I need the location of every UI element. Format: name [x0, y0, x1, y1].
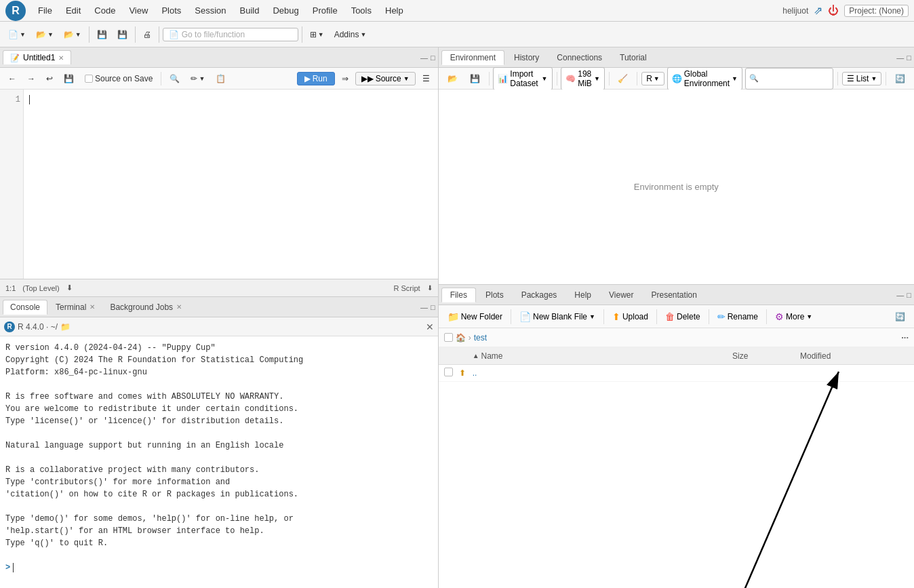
save-workspace-btn[interactable]: 💾	[465, 72, 485, 85]
delete-btn[interactable]: 🗑 Delete	[660, 309, 705, 324]
files-tab-plots[interactable]: Plots	[477, 288, 512, 302]
env-search-box[interactable]: 🔍	[745, 68, 833, 90]
minimize-env-btn[interactable]: —	[896, 54, 904, 62]
env-tab-tutorial[interactable]: Tutorial	[612, 51, 655, 64]
code-tools-btn[interactable]: ✏ ▼	[186, 72, 209, 85]
quit-line: Type 'q()' to quit R.	[5, 537, 433, 549]
menu-edit[interactable]: Edit	[60, 4, 86, 17]
refresh-env-btn[interactable]: 🔄	[890, 72, 910, 85]
context-dropdown-icon[interactable]: ⬇	[66, 283, 73, 292]
files-tab-files[interactable]: Files	[441, 288, 476, 302]
doc-outline-btn[interactable]: ☰	[418, 72, 434, 85]
menu-session[interactable]: Session	[189, 4, 231, 17]
files-header: ▲ Name Size Modified	[439, 347, 914, 365]
run-next-btn[interactable]: ⇒	[338, 72, 353, 85]
minimize-editor-btn[interactable]: —	[420, 54, 428, 62]
redo-btn[interactable]: →	[23, 72, 39, 85]
r-selector-btn[interactable]: R ▼	[641, 72, 664, 85]
env-tab-history[interactable]: History	[506, 51, 547, 64]
new-folder-btn[interactable]: 📁 New Folder	[443, 309, 507, 324]
open-recent-btn[interactable]: 📂 ▼	[60, 27, 85, 42]
console-tab-console[interactable]: Console	[3, 300, 47, 315]
run-btn[interactable]: ▶ Run	[297, 72, 335, 85]
save-btn[interactable]: 💾	[93, 27, 111, 42]
global-env-btn[interactable]: 🌐 Global Environment ▼	[667, 67, 742, 90]
files-tab-packages[interactable]: Packages	[513, 288, 565, 302]
save-all-btn[interactable]: 💾	[113, 27, 132, 42]
row-name-parent[interactable]: ..	[473, 368, 732, 378]
delete-label: Delete	[677, 312, 700, 321]
minimize-console-btn[interactable]: —	[420, 303, 428, 311]
menu-build[interactable]: Build	[235, 4, 265, 17]
workspace-btn[interactable]: ⊞ ▼	[306, 27, 328, 42]
files-tab-help[interactable]: Help	[566, 288, 599, 302]
env-tab-connections[interactable]: Connections	[549, 51, 610, 64]
prompt-line[interactable]: >	[5, 562, 433, 574]
menu-code[interactable]: Code	[89, 4, 121, 17]
rename-btn[interactable]: ✏ Rename	[713, 309, 763, 324]
checkbox-parent[interactable]	[444, 368, 453, 376]
terminal-close-btn[interactable]: ✕	[90, 303, 95, 311]
more-btn[interactable]: ⚙ More ▼	[770, 309, 817, 324]
menu-tools[interactable]: Tools	[346, 4, 377, 17]
project-label[interactable]: Project: (None)	[844, 5, 909, 17]
script-type[interactable]: R Script	[394, 284, 420, 292]
files-row-parent[interactable]: ⬆ ..	[439, 365, 914, 382]
browse-files-btn[interactable]: 📁	[60, 322, 71, 332]
env-search-icon: 🔍	[749, 74, 759, 83]
upload-btn[interactable]: ⬆ Upload	[608, 309, 653, 324]
home-icon[interactable]: 🏠	[456, 333, 466, 342]
console-tab-terminal[interactable]: Terminal ✕	[49, 300, 102, 314]
goto-file-btn[interactable]: 📄 Go to file/function	[163, 28, 298, 41]
breadcrumb-checkbox[interactable]	[444, 333, 453, 342]
menu-debug[interactable]: Debug	[267, 4, 304, 17]
maximize-files-btn[interactable]: □	[907, 291, 911, 299]
tab-close-btn[interactable]: ✕	[58, 54, 64, 62]
restore-btn[interactable]: ↩	[42, 72, 57, 85]
compile-btn[interactable]: 📋	[212, 72, 230, 85]
breadcrumb-path[interactable]: test	[474, 333, 487, 342]
maximize-console-btn[interactable]: □	[431, 303, 435, 311]
maximize-env-btn[interactable]: □	[907, 54, 911, 62]
menu-help[interactable]: Help	[380, 4, 409, 17]
menu-view[interactable]: View	[123, 4, 153, 17]
env-search-input[interactable]	[761, 74, 829, 83]
clear-env-btn[interactable]: 🧹	[613, 72, 633, 85]
open-file-btn[interactable]: 📂 ▼	[32, 27, 58, 42]
addins-btn[interactable]: Addins ▼	[330, 27, 371, 42]
import-dataset-btn[interactable]: 📊 Import Dataset ▼	[493, 67, 552, 90]
minimize-files-btn[interactable]: —	[896, 291, 904, 299]
maximize-editor-btn[interactable]: □	[431, 54, 435, 62]
row-checkbox-parent[interactable]	[444, 368, 459, 378]
editor-save-btn[interactable]: 💾	[60, 72, 78, 85]
files-tab-viewer[interactable]: Viewer	[601, 288, 641, 302]
editor-tab-untitled1[interactable]: 📝 Untitled1 ✕	[3, 50, 71, 64]
new-file-btn[interactable]: 📄 ▼	[4, 27, 30, 42]
refresh-files-btn[interactable]: 🔄	[890, 310, 910, 324]
power-icon[interactable]: ⏻	[828, 5, 839, 17]
load-workspace-btn[interactable]: 📂	[443, 72, 462, 85]
source-btn[interactable]: ▶▶ Source ▼	[355, 72, 416, 85]
menu-plots[interactable]: Plots	[156, 4, 186, 17]
search-btn[interactable]: 🔍	[165, 72, 184, 85]
console-content[interactable]: R version 4.4.0 (2024-04-24) -- "Puppy C…	[0, 336, 438, 588]
new-blank-file-btn[interactable]: 📄 New Blank File ▼	[515, 309, 600, 324]
undo-btn[interactable]: ←	[4, 72, 20, 85]
print-btn[interactable]: 🖨	[139, 27, 155, 42]
console-clear-btn[interactable]: ✕	[426, 321, 434, 332]
files-tab-presentation[interactable]: Presentation	[643, 288, 705, 302]
name-col-header[interactable]: ▲ Name	[473, 351, 732, 361]
menu-file[interactable]: File	[33, 4, 58, 17]
code-area[interactable]	[24, 90, 438, 279]
more-options-btn[interactable]: ···	[901, 332, 909, 342]
list-view-btn[interactable]: ☰ List ▼	[842, 72, 882, 85]
script-type-dropdown[interactable]: ⬇	[427, 284, 433, 292]
memory-btn[interactable]: 🧠 198 MiB ▼	[561, 67, 605, 90]
console-tab-background-jobs[interactable]: Background Jobs ✕	[103, 300, 188, 314]
env-tab-environment[interactable]: Environment	[441, 50, 504, 65]
menu-profile[interactable]: Profile	[307, 4, 343, 17]
source-on-save-btn[interactable]: Source on Save	[81, 72, 157, 85]
redistribute-line: You are welcome to redistribute it under…	[5, 403, 433, 415]
source-on-save-checkbox[interactable]	[85, 75, 93, 83]
background-jobs-close-btn[interactable]: ✕	[176, 303, 182, 311]
